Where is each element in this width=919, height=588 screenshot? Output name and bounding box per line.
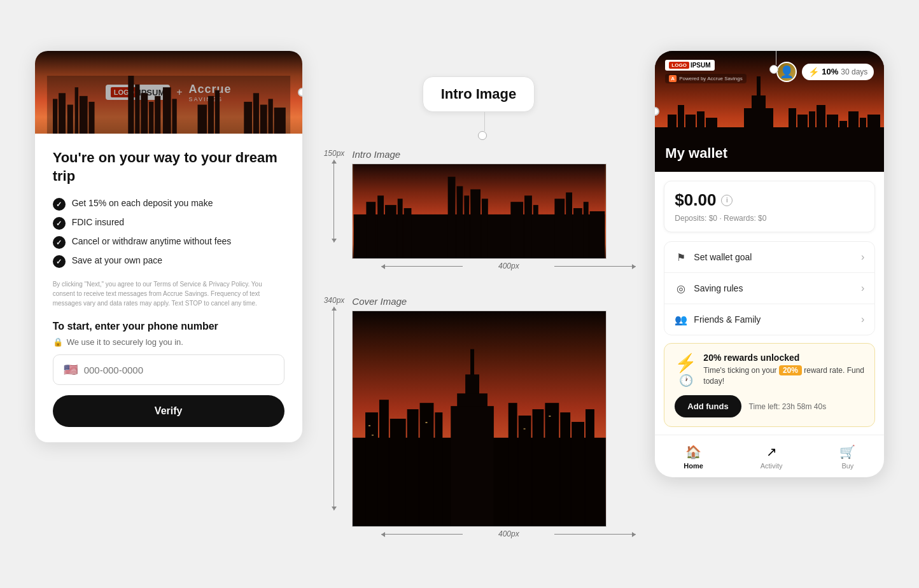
svg-rect-70	[744, 108, 773, 172]
menu-item-saving-rules[interactable]: ◎ Saving rules ›	[664, 273, 874, 304]
phone-heading: To start, enter your phone number	[53, 321, 284, 332]
right-panel: Cover Image	[655, 51, 884, 477]
balance-amount: $0.00 i	[675, 190, 864, 210]
cover-width-label: 400px	[463, 529, 554, 538]
rate-days: 30 days	[841, 67, 867, 76]
svg-rect-11	[155, 96, 160, 134]
rewards-desc-before: Time's ticking on your	[703, 366, 776, 375]
cover-h-dim: 400px	[381, 529, 636, 538]
svg-rect-8	[135, 85, 139, 134]
phone-input-wrapper[interactable]: 🇺🇸	[53, 354, 284, 385]
add-funds-button[interactable]: Add funds	[675, 395, 741, 417]
checklist: Get 15% on each deposit you make FDIC in…	[53, 198, 284, 268]
svg-rect-29	[448, 177, 456, 258]
svg-rect-27	[398, 199, 403, 258]
svg-rect-49	[379, 400, 389, 526]
nav-activity[interactable]: ↗ Activity	[761, 444, 783, 470]
main-heading: You're on your way to your dream trip	[53, 149, 284, 185]
svg-rect-76	[789, 108, 796, 172]
svg-rect-31	[465, 195, 470, 258]
flag-emoji: 🇺🇸	[64, 363, 78, 377]
svg-rect-32	[471, 189, 481, 258]
svg-rect-17	[244, 102, 252, 134]
buy-icon: 🛒	[839, 444, 855, 459]
checklist-item-2: FDIC insured	[53, 217, 284, 230]
bottom-nav: 🏠 Home ↗ Activity 🛒 Buy	[655, 435, 884, 477]
svg-rect-13	[172, 99, 176, 134]
nav-home[interactable]: 🏠 Home	[684, 444, 703, 470]
powered-badge: A Powered by Accrue Savings	[665, 74, 746, 83]
svg-rect-3	[67, 105, 73, 134]
menu-item-left-wallet-goal: ⚑ Set wallet goal	[675, 251, 752, 263]
menu-item-friends-family[interactable]: 👥 Friends & Family ›	[664, 304, 874, 335]
phone-input[interactable]	[84, 365, 274, 375]
menu-item-wallet-goal[interactable]: ⚑ Set wallet goal ›	[664, 242, 874, 273]
svg-rect-81	[839, 121, 847, 172]
intro-city-image	[352, 164, 607, 259]
rewards-desc: Time's ticking on your 20% reward rate. …	[703, 365, 864, 387]
svg-rect-58	[561, 412, 571, 526]
nav-buy[interactable]: 🛒 Buy	[839, 444, 855, 470]
svg-rect-59	[572, 422, 584, 526]
checklist-item-3: Cancel or withdraw anytime without fees	[53, 236, 284, 249]
svg-rect-28	[404, 208, 412, 258]
intro-image-section: 150px Intro Image	[321, 149, 636, 270]
svg-rect-80	[827, 115, 838, 172]
svg-rect-20	[268, 99, 272, 134]
phone-hint-text: We use it to securely log you in.	[67, 337, 183, 347]
cover-v-line	[333, 307, 334, 510]
powered-a: A	[669, 75, 677, 82]
svg-rect-19	[260, 105, 267, 134]
cover-v-dim: 340px	[321, 296, 347, 512]
svg-rect-5	[80, 96, 88, 134]
svg-rect-62	[372, 435, 374, 436]
svg-rect-14	[197, 105, 207, 134]
svg-rect-4	[74, 87, 78, 134]
checklist-text-1: Get 15% on each deposit you make	[72, 198, 213, 208]
svg-rect-83	[860, 118, 866, 172]
nav-activity-label: Activity	[761, 462, 783, 470]
verify-button[interactable]: Verify	[53, 395, 284, 427]
rewards-actions: Add funds Time left: 23h 58m 40s	[675, 395, 864, 417]
svg-rect-21	[274, 108, 285, 134]
lightning-big-icon: ⚡	[675, 353, 697, 374]
cover-city-image	[352, 311, 607, 527]
svg-rect-34	[511, 202, 524, 258]
svg-rect-1	[53, 99, 57, 134]
svg-rect-40	[584, 202, 589, 258]
svg-rect-65	[549, 416, 551, 417]
svg-rect-60	[586, 409, 594, 526]
check-icon-4	[53, 255, 66, 268]
svg-rect-24	[367, 202, 376, 258]
lightning-clock: ⚡ 🕐	[675, 353, 697, 388]
svg-rect-30	[457, 186, 463, 258]
svg-rect-47	[451, 406, 495, 526]
svg-rect-35	[524, 195, 532, 258]
right-logo-box: LOGO	[669, 62, 689, 69]
svg-rect-82	[848, 111, 859, 172]
svg-rect-25	[378, 195, 384, 258]
svg-rect-72	[678, 105, 684, 172]
balance-info-icon[interactable]: i	[721, 195, 733, 206]
svg-rect-57	[545, 403, 559, 526]
wallet-goal-label: Set wallet goal	[694, 252, 752, 262]
svg-rect-73	[685, 115, 696, 172]
svg-rect-77	[797, 115, 808, 172]
checklist-item-4: Save at your own pace	[53, 255, 284, 268]
cover-connector-circle	[769, 65, 778, 74]
my-wallet-title: My wallet	[665, 145, 727, 162]
svg-rect-10	[149, 102, 153, 134]
svg-rect-9	[141, 93, 148, 134]
check-icon-3	[53, 236, 66, 249]
cover-connector-line	[776, 51, 776, 65]
rewards-top: ⚡ 🕐 20% rewards unlocked Time's ticking …	[675, 353, 864, 388]
intro-v-line	[333, 160, 334, 242]
checklist-text-2: FDIC insured	[72, 217, 124, 227]
wallet-goal-icon: ⚑	[675, 251, 687, 263]
balance-sub: Deposits: $0 · Rewards: $0	[675, 214, 864, 223]
svg-rect-51	[407, 409, 419, 526]
svg-rect-79	[817, 105, 825, 172]
clock-icon: 🕐	[679, 374, 693, 388]
page-wrapper: LOGO IPSUM + Accrue SAVINGS You're on yo…	[25, 13, 894, 575]
checklist-item-1: Get 15% on each deposit you make	[53, 198, 284, 211]
